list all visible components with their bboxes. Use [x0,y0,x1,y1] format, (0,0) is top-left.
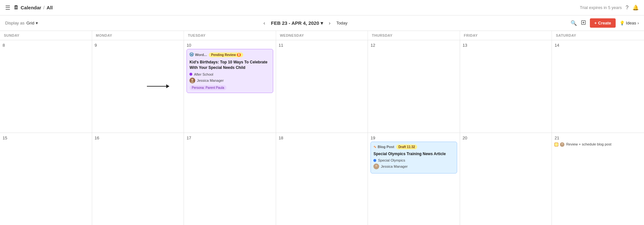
day-number-10: 10 [187,43,273,48]
card2-person-label: Jessica Manager [381,164,408,168]
day-number-15: 15 [3,136,89,140]
breadcrumb-separator: / [43,5,44,10]
persona-badge: Persona: Parent Paula [189,85,226,90]
day-number-18: 18 [279,136,365,140]
header-tuesday: TUESDAY [184,31,276,40]
next-arrow-button[interactable]: › [326,19,333,27]
week-row-1: 8 9 10 Ⓦ Word... [0,40,644,133]
svg-point-4 [191,81,194,83]
header-sunday: SUNDAY [0,31,92,40]
arrow-line [147,86,166,87]
avatar-jessica-2 [373,164,379,169]
svg-point-3 [191,79,193,81]
help-icon[interactable]: ? [626,5,629,11]
day-cell-15: 15 [0,133,92,225]
toolbar: Display as Grid ▾ ‹ FEB 23 - APR 4, 2020… [0,15,644,31]
tag-dot-blue [373,159,376,162]
ideas-arrow-icon: › [638,21,639,25]
day-number-16: 16 [95,136,181,140]
search-icon[interactable]: 🔍 [571,20,577,26]
toolbar-left: Display as Grid ▾ [5,21,38,25]
card2-tag: Special Olympics [373,158,454,162]
day-number-9: 9 [95,43,181,48]
avatar-jessica-1 [189,78,195,83]
day-cell-17: 17 [184,133,276,225]
bulb-icon: 💡 [620,21,625,25]
top-nav: ☰ 🗓 Calendar / All Trial expires in 5 ye… [0,0,644,15]
nav-left: ☰ 🗓 Calendar / All [5,4,53,11]
day-cell-20: 20 [460,133,552,225]
content-card-2[interactable]: ∿ Blog Post Draft 11:32 Special Olympics… [370,142,457,174]
app-title: 🗓 Calendar / All [14,5,53,11]
date-range-picker[interactable]: FEB 23 - APR 4, 2020 ▾ [271,20,323,26]
svg-point-5 [375,165,377,167]
week-row-2: 15 16 17 18 19 ∿ Blog P [0,133,644,225]
bell-icon[interactable]: 🔔 [632,5,639,11]
header-monday: MONDAY [92,31,184,40]
day-number-14: 14 [554,43,641,48]
day-cell-11: 11 [276,40,368,133]
card1-tag: After School [189,72,270,76]
day-number-12: 12 [370,43,457,48]
day-cell-10: 10 Ⓦ Word... Pending Review 8 Kid's Birt… [184,40,276,133]
card2-type-label: Blog Post [378,145,394,149]
task-checkbox[interactable] [554,143,558,146]
card2-type: ∿ Blog Post [373,145,394,149]
day-cell-16: 16 [92,133,184,225]
export-icon[interactable] [581,20,586,26]
day-number-13: 13 [463,43,549,48]
task-label: Review + schedule blog post [566,142,611,146]
display-label: Display as [5,21,24,25]
card1-persona: Persona: Parent Paula [189,85,270,90]
day-cell-13: 13 [460,40,552,133]
svg-point-7 [562,143,563,145]
today-button[interactable]: Today [336,21,348,25]
hamburger-icon[interactable]: ☰ [5,4,10,11]
card1-person-label: Jessica Manager [197,79,224,82]
toolbar-right: 🔍 + Create 💡 Ideas › [571,18,639,28]
title-calendar: Calendar [21,5,41,10]
content-card-1[interactable]: Ⓦ Word... Pending Review 8 Kid's Birthda… [187,49,273,93]
day-number-8: 8 [3,43,89,48]
card1-header: Ⓦ Word... Pending Review 8 [189,52,270,58]
header-saturday: SATURDAY [552,31,644,40]
task-avatar [560,142,564,147]
create-button[interactable]: + Create [590,18,616,28]
tag-dot-purple [189,73,192,76]
card1-status-badge: Pending Review 8 [209,52,243,57]
day-number-19: 19 [370,136,457,140]
day-number-20: 20 [463,136,549,140]
prev-arrow-button[interactable]: ‹ [261,19,268,27]
svg-point-6 [375,167,378,169]
calendar-icon: 🗓 [14,5,19,11]
card2-tag-label: Special Olympics [378,158,405,162]
trial-text: Trial expires in 5 years [580,5,622,10]
card2-person: Jessica Manager [373,164,454,169]
date-range-text: FEB 23 - APR 4, 2020 [271,20,319,26]
day-cell-9: 9 [92,40,184,133]
nav-right: Trial expires in 5 years ? 🔔 [580,5,639,11]
card1-title: Kid's Birthdays: Top 10 Ways To Celebrat… [189,60,270,70]
card1-type: Ⓦ Word... [189,52,207,58]
day-cell-18: 18 [276,133,368,225]
ideas-button[interactable]: 💡 Ideas › [620,21,639,25]
card1-type-label: Word... [195,53,207,57]
rss-icon: ∿ [373,145,376,149]
task-item-1[interactable]: Review + schedule blog post [554,142,641,147]
card2-status-badge: Draft 11:32 [396,145,418,149]
calendar-grid: SUNDAY MONDAY TUESDAY WEDNESDAY THURSDAY… [0,31,644,225]
create-label: Create [598,21,611,25]
card1-person: Jessica Manager [189,78,270,83]
day-cell-12: 12 [368,40,460,133]
header-thursday: THURSDAY [368,31,460,40]
card1-tag-label: After School [194,72,213,76]
header-wednesday: WEDNESDAY [276,31,368,40]
card2-header: ∿ Blog Post Draft 11:32 [373,145,454,149]
day-cell-14: 14 [552,40,644,133]
arrow-head-icon [166,84,169,88]
title-view: All [46,5,53,10]
ideas-label: Ideas [626,21,636,25]
grid-selector[interactable]: Grid ▾ [26,21,38,25]
svg-point-8 [561,145,563,146]
day-cell-21: 21 Review + schedule blog post [552,133,644,225]
